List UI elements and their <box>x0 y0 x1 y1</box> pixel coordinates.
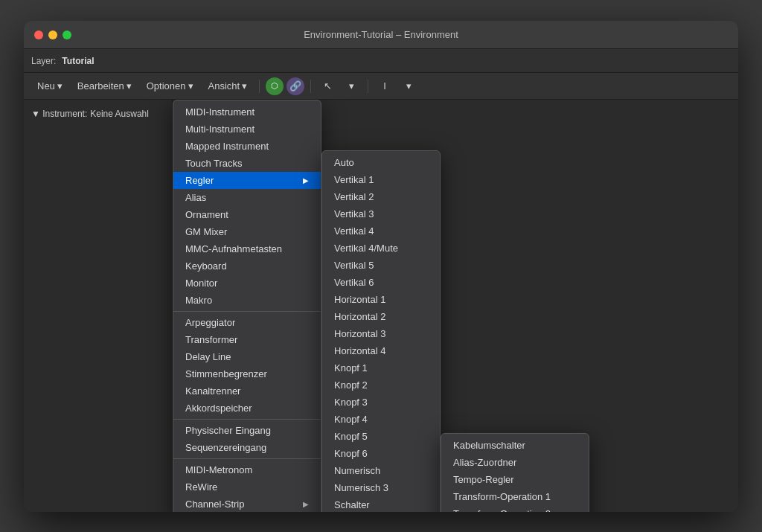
main-window: Environment-Tutorial – Environment Layer… <box>24 21 738 512</box>
main-dropdown: MIDI-Instrument Multi-Instrument Mapped … <box>173 100 321 512</box>
menu-horizontal3[interactable]: Horizontal 3 <box>322 325 440 342</box>
menu-monitor[interactable]: Monitor <box>173 275 321 292</box>
menu-sequenzereingang[interactable]: Sequenzereingang <box>173 439 321 456</box>
link-icon-btn[interactable]: 🔗 <box>286 77 304 95</box>
instrument-label: ▼ Instrument: <box>31 109 87 119</box>
menu-tempo-regler[interactable]: Tempo-Regler <box>441 471 589 488</box>
menu-transform-op2[interactable]: Transform-Operation 2 <box>441 505 589 512</box>
sonderfalle-submenu: Kabelumschalter Alias-Zuordner Tempo-Reg… <box>441 433 589 512</box>
toolbar-separator-1 <box>259 80 260 93</box>
menu-delay-line[interactable]: Delay Line <box>173 348 321 365</box>
menu-knopf6[interactable]: Knopf 6 <box>322 445 440 462</box>
menu-ornament[interactable]: Ornament <box>173 206 321 223</box>
menu-knopf5[interactable]: Knopf 5 <box>322 428 440 445</box>
menu-schalter[interactable]: Schalter <box>322 496 440 512</box>
layer-label: Layer: <box>31 56 56 66</box>
optionen-button[interactable]: Optionen ▾ <box>141 78 199 94</box>
menu-akkordspeicher[interactable]: Akkordspeicher <box>173 400 321 417</box>
menu-mmc-aufnahmetasten[interactable]: MMC-Aufnahmetasten <box>173 240 321 257</box>
toolbar-separator-3 <box>368 80 368 93</box>
menu-alias[interactable]: Alias <box>173 189 321 206</box>
toolbar-separator-2 <box>310 80 311 93</box>
menu-alias-zuordner[interactable]: Alias-Zuordner <box>441 454 589 471</box>
layer-toolbar: Layer: Tutorial <box>24 49 738 73</box>
menu-knopf3[interactable]: Knopf 3 <box>322 394 440 411</box>
window-title: Environment-Tutorial – Environment <box>304 29 458 40</box>
bearbeiten-button[interactable]: Bearbeiten ▾ <box>71 78 138 94</box>
menu-rewire[interactable]: ReWire <box>173 478 321 496</box>
menu-makro[interactable]: Makro <box>173 292 321 309</box>
menu-vertikal1[interactable]: Vertikal 1 <box>322 171 440 188</box>
canvas-area: MIDI-Instrument Multi-Instrument Mapped … <box>173 100 738 512</box>
menu-gm-mixer[interactable]: GM Mixer <box>173 223 321 240</box>
regler-submenu: Auto Vertikal 1 Vertikal 2 Vertikal 3 Ve… <box>321 150 441 512</box>
menu-sep-3 <box>173 458 321 459</box>
menu-sep-1 <box>173 311 321 312</box>
green-icon-btn[interactable]: ⬡ <box>266 77 284 95</box>
menu-vertikal3[interactable]: Vertikal 3 <box>322 205 440 222</box>
menu-vertikal6[interactable]: Vertikal 6 <box>322 274 440 291</box>
menu-midi-metronom[interactable]: MIDI-Metronom <box>173 461 321 478</box>
instrument-selector[interactable]: ▼ Instrument: Keine Auswahl <box>24 106 172 122</box>
menu-mapped-instrument[interactable]: Mapped Instrument <box>173 138 321 155</box>
menu-vertikal4[interactable]: Vertikal 4 <box>322 222 440 240</box>
menu-vertikal2[interactable]: Vertikal 2 <box>322 188 440 205</box>
neu-button[interactable]: Neu ▾ <box>31 78 68 94</box>
main-area: ▼ Instrument: Keine Auswahl MIDI-Instrum… <box>24 100 738 512</box>
menu-vertikal5[interactable]: Vertikal 5 <box>322 257 440 274</box>
menu-transformer[interactable]: Transformer <box>173 331 321 348</box>
close-button[interactable] <box>34 31 43 39</box>
menu-horizontal2[interactable]: Horizontal 2 <box>322 308 440 325</box>
minimize-button[interactable] <box>48 31 57 39</box>
menu-transform-op1[interactable]: Transform-Operation 1 <box>441 488 589 505</box>
menu-numerisch3[interactable]: Numerisch 3 <box>322 479 440 496</box>
menu-auto[interactable]: Auto <box>322 154 440 171</box>
menu-knopf4[interactable]: Knopf 4 <box>322 411 440 428</box>
menu-regler[interactable]: Regler ▶ <box>173 172 321 189</box>
ansicht-button[interactable]: Ansicht ▾ <box>202 78 254 94</box>
channel-strip-arrow: ▶ <box>303 500 309 508</box>
instrument-value: Keine Auswahl <box>90 109 149 119</box>
maximize-button[interactable] <box>63 31 71 39</box>
arrow-down-icon-btn[interactable]: ▾ <box>341 77 362 95</box>
traffic-lights <box>34 31 71 39</box>
menu-vertikal4mute[interactable]: Vertikal 4/Mute <box>322 240 440 257</box>
menu-sep-2 <box>173 419 321 420</box>
regler-arrow: ▶ <box>303 176 309 185</box>
menu-arpeggiator[interactable]: Arpeggiator <box>173 314 321 331</box>
down-arrow-icon-btn[interactable]: ▾ <box>398 77 419 95</box>
menu-knopf1[interactable]: Knopf 1 <box>322 359 440 376</box>
menu-horizontal1[interactable]: Horizontal 1 <box>322 291 440 308</box>
cursor-icon-btn[interactable]: ↖ <box>317 77 338 95</box>
menu-channel-strip[interactable]: Channel-Strip ▶ <box>173 496 321 512</box>
menu-physischer-eingang[interactable]: Physischer Eingang <box>173 422 321 439</box>
menu-stimmenbegrenzer[interactable]: Stimmenbegrenzer <box>173 365 321 382</box>
titlebar: Environment-Tutorial – Environment <box>24 21 738 49</box>
menu-kabelumschalter[interactable]: Kabelumschalter <box>441 437 589 454</box>
menu-midi-instrument[interactable]: MIDI-Instrument <box>173 103 321 121</box>
menu-touch-tracks[interactable]: Touch Tracks <box>173 155 321 172</box>
toolbar: Neu ▾ Bearbeiten ▾ Optionen ▾ Ansicht ▾ … <box>24 73 738 100</box>
menu-multi-instrument[interactable]: Multi-Instrument <box>173 121 321 138</box>
menu-numerisch[interactable]: Numerisch <box>322 462 440 479</box>
layer-value: Tutorial <box>62 56 94 66</box>
menu-horizontal4[interactable]: Horizontal 4 <box>322 342 440 359</box>
menu-knopf2[interactable]: Knopf 2 <box>322 376 440 394</box>
menu-kanaltrenner[interactable]: Kanaltrenner <box>173 382 321 400</box>
sidebar: ▼ Instrument: Keine Auswahl <box>24 100 173 512</box>
menu-keyboard[interactable]: Keyboard <box>173 257 321 275</box>
text-cursor-icon-btn[interactable]: I <box>374 77 395 95</box>
